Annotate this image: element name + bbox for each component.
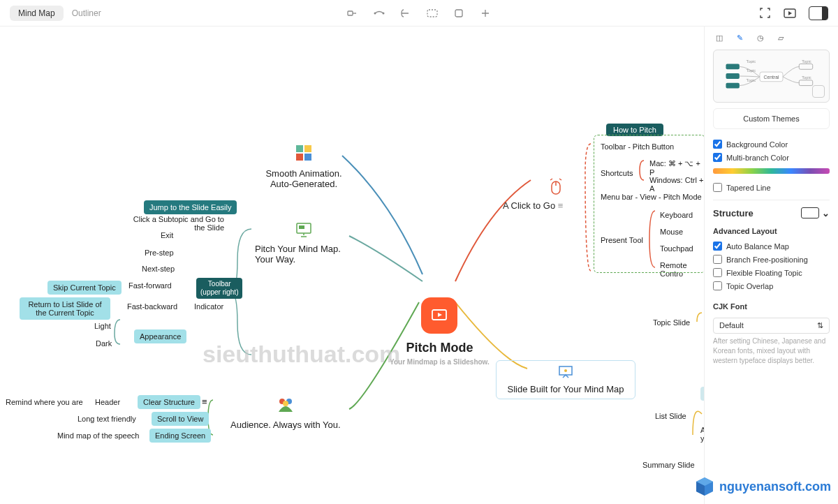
- central-topic[interactable]: Pitch Mode Your Mindmap is a Slideshow.: [390, 297, 490, 366]
- adv-layout-header: Advanced Layout: [713, 223, 830, 239]
- svg-rect-10: [304, 154, 311, 161]
- txt-fast-fwd[interactable]: Fast-forward: [128, 281, 172, 290]
- pitch-icon: [421, 297, 457, 334]
- svg-rect-23: [726, 83, 739, 89]
- boundary-icon[interactable]: [426, 7, 439, 20]
- branch-color-gradient[interactable]: [713, 168, 830, 174]
- view-outliner[interactable]: Outliner: [64, 6, 110, 21]
- tab-format-icon[interactable]: ✎: [737, 34, 743, 43]
- structure-picker[interactable]: [801, 207, 819, 218]
- svg-text:Topic: Topic: [747, 68, 756, 73]
- svg-rect-25: [799, 80, 812, 86]
- chk-flex-float[interactable]: [713, 268, 722, 277]
- cjk-header: CJK Font: [713, 298, 830, 315]
- chevron-down-icon[interactable]: ⌄: [822, 208, 830, 218]
- summary-icon[interactable]: [399, 7, 412, 20]
- txt-nextstep[interactable]: Next-step: [142, 265, 175, 273]
- svg-point-1: [374, 12, 376, 14]
- panel-toggle-icon[interactable]: [809, 6, 828, 20]
- add-icon[interactable]: [479, 7, 492, 20]
- svg-text:Topic: Topic: [802, 59, 811, 64]
- branch-slide-built[interactable]: Slide Built for Your Mind Map: [496, 360, 635, 399]
- chip-scroll[interactable]: Scroll to View: [152, 412, 209, 426]
- svg-rect-24: [799, 64, 812, 70]
- txt-list-slide[interactable]: List Slide: [655, 412, 686, 420]
- insert-subtopic-icon[interactable]: [346, 7, 359, 20]
- chk-overlap[interactable]: [713, 281, 722, 290]
- svg-text:Topic: Topic: [747, 78, 756, 82]
- custom-themes-button[interactable]: Custom Themes: [713, 108, 830, 129]
- theme-preview[interactable]: CentralTopicTopicTopicTopicTopic: [713, 50, 830, 103]
- cube-icon: [694, 476, 715, 497]
- chk-tapered[interactable]: [713, 183, 722, 192]
- svg-point-2: [383, 12, 385, 14]
- central-subtitle: Your Mindmap is a Slideshow.: [390, 358, 490, 366]
- txt-fast-bwd[interactable]: Fast-backward: [127, 302, 177, 311]
- txt-remind[interactable]: Remind where you are: [6, 398, 83, 406]
- txt-prestep[interactable]: Pre-step: [145, 249, 174, 257]
- tab-pitch-icon[interactable]: ▱: [778, 34, 784, 43]
- chip-jump[interactable]: Jump to the Slide Easily: [144, 200, 237, 214]
- chip-ending[interactable]: Ending Screen: [149, 429, 211, 443]
- svg-rect-0: [348, 11, 353, 15]
- chk-free-pos[interactable]: [713, 255, 722, 264]
- svg-point-15: [283, 401, 288, 406]
- svg-rect-22: [726, 73, 739, 79]
- mindmap-canvas[interactable]: Pitch Mode Your Mindmap is a Slideshow. …: [0, 27, 704, 504]
- structure-header: Structure: [713, 208, 754, 218]
- svg-text:Topic: Topic: [747, 59, 756, 64]
- watermark-1: sieuthuthuat.com: [203, 341, 400, 368]
- central-title: Pitch Mode: [390, 341, 490, 355]
- format-panel: ◫ ✎ ◷ ▱ CentralTopicTopicTopicTopicTopic…: [704, 27, 838, 504]
- fullscreen-icon[interactable]: [758, 7, 771, 20]
- txt-longtext[interactable]: Long text friendly: [78, 415, 136, 423]
- view-mindmap[interactable]: Mind Map: [10, 6, 64, 21]
- puzzle-icon: [295, 144, 313, 162]
- present-icon[interactable]: [784, 7, 796, 20]
- theme-gallery-icon[interactable]: [812, 85, 825, 98]
- txt-exit[interactable]: Exit: [161, 231, 173, 239]
- tab-stickers-icon[interactable]: ◫: [716, 34, 723, 43]
- chk-bg-color[interactable]: [713, 140, 722, 149]
- txt-header[interactable]: Header: [95, 398, 120, 406]
- relationship-icon[interactable]: [373, 7, 385, 20]
- svg-point-18: [564, 369, 567, 372]
- branch-audience[interactable]: Audience. Always with You.: [230, 396, 341, 430]
- branch-smooth[interactable]: Smooth Animation. Auto-Generated.: [262, 144, 346, 189]
- cjk-help-text: After setting Chinese, Japanese and Kore…: [713, 336, 830, 366]
- chk-auto-balance[interactable]: [713, 242, 722, 251]
- txt-indicator[interactable]: Indicator: [194, 302, 223, 311]
- screen-icon: [255, 222, 353, 239]
- watermark-2: nguyenansoft.com: [694, 476, 831, 497]
- txt-topic-slide[interactable]: Topic Slide: [653, 318, 690, 327]
- svg-rect-8: [304, 145, 311, 152]
- audience-icon: [230, 396, 341, 415]
- txt-click-sub[interactable]: Click a Subtopic and Go to the Slide: [123, 215, 224, 232]
- txt-dark[interactable]: Dark: [96, 339, 112, 348]
- txt-summary-slide[interactable]: Summary Slide: [642, 461, 695, 469]
- chk-multibranch[interactable]: [713, 153, 722, 162]
- svg-rect-9: [296, 154, 303, 161]
- svg-rect-3: [427, 10, 437, 17]
- tab-clock-icon[interactable]: ◷: [757, 34, 764, 43]
- howto-boundary: [594, 135, 705, 273]
- svg-text:Central: Central: [764, 75, 779, 80]
- branch-click[interactable]: A Click to Go ≡: [503, 177, 563, 211]
- mouse-icon: [503, 177, 563, 198]
- svg-rect-12: [299, 225, 304, 229]
- svg-text:Topic: Topic: [802, 75, 811, 80]
- chip-toolbar[interactable]: Toolbar (upper right): [196, 278, 242, 299]
- svg-rect-4: [455, 10, 462, 17]
- chip-return[interactable]: Return to List Slide of the Current Topi…: [20, 297, 110, 320]
- branch-pitch-way[interactable]: Pitch Your Mind Map. Your Way.: [255, 222, 353, 265]
- chip-howto[interactable]: How to Pitch: [606, 124, 663, 135]
- chip-appearance[interactable]: Appearance: [134, 329, 186, 343]
- chip-clear[interactable]: Clear Structure≡: [138, 395, 207, 409]
- svg-rect-7: [296, 145, 303, 152]
- txt-speech[interactable]: Mind map of the speech: [57, 431, 139, 440]
- txt-light[interactable]: Light: [94, 322, 111, 330]
- projector-icon: [557, 365, 574, 379]
- chip-skip[interactable]: Skip Current Topic: [47, 281, 122, 295]
- marker-icon[interactable]: [453, 7, 465, 20]
- cjk-font-select[interactable]: Default⇅: [713, 318, 830, 334]
